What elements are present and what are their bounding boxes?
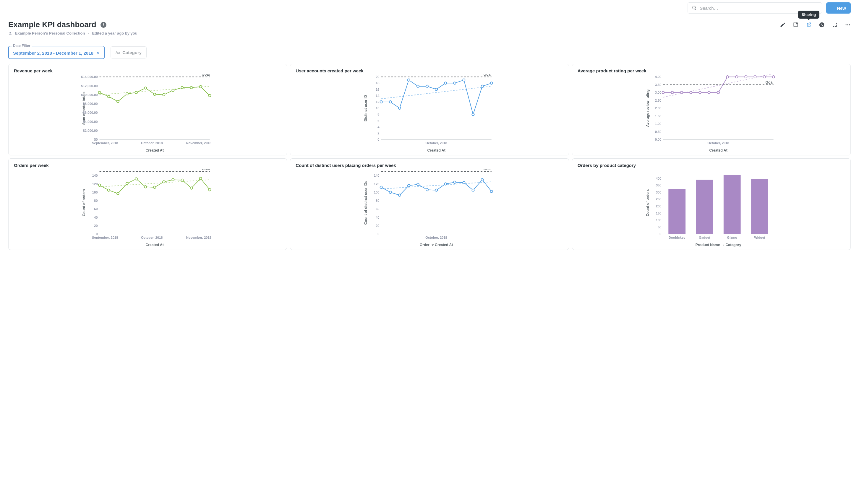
card-avg-rating[interactable]: Average product rating per weekAverage r…	[572, 64, 851, 155]
svg-point-119	[181, 179, 183, 181]
svg-text:60: 60	[94, 207, 97, 211]
svg-text:12: 12	[376, 100, 379, 104]
svg-text:100: 100	[374, 190, 379, 194]
card-revenue[interactable]: Revenue per weekSum of order totalsCreat…	[8, 64, 287, 155]
svg-point-146	[454, 181, 456, 183]
add-card-icon[interactable]	[793, 22, 799, 28]
svg-point-52	[389, 101, 392, 103]
card-title: User accounts created per week	[296, 68, 563, 73]
new-button-label: New	[837, 5, 846, 11]
clock-icon[interactable]	[819, 22, 825, 28]
svg-text:Created At: Created At	[709, 148, 727, 152]
card-title: Revenue per week	[14, 68, 282, 73]
svg-point-53	[398, 107, 401, 109]
topbar: New	[0, 0, 859, 16]
svg-point-110	[99, 184, 101, 186]
svg-point-121	[199, 177, 201, 180]
filter-bar: Date Filter September 2, 2018 - December…	[0, 41, 859, 64]
svg-text:0: 0	[96, 232, 97, 236]
svg-point-61	[472, 113, 474, 116]
svg-rect-165	[696, 180, 713, 234]
svg-text:20: 20	[94, 224, 97, 228]
share-icon[interactable]	[806, 22, 812, 28]
svg-text:October, 2018: October, 2018	[141, 141, 163, 145]
svg-text:September, 2018: September, 2018	[92, 141, 118, 145]
svg-text:140: 140	[374, 174, 379, 177]
card-category-bars[interactable]: Orders by product categoryCount of order…	[572, 158, 851, 250]
svg-text:1.50: 1.50	[655, 114, 661, 118]
card-user-accounts[interactable]: User accounts created per weekDistinct u…	[290, 64, 569, 155]
svg-point-122	[209, 188, 211, 191]
svg-rect-167	[723, 175, 740, 234]
new-button[interactable]: New	[826, 2, 851, 14]
svg-text:250: 250	[655, 197, 661, 201]
header-actions: Sharing	[780, 22, 851, 28]
card-title: Average product rating per week	[577, 68, 845, 73]
page-title: Example KPI dashboard	[8, 20, 96, 29]
info-icon[interactable]: i	[101, 22, 106, 28]
svg-text:0: 0	[378, 232, 379, 236]
category-filter[interactable]: Aa Category	[110, 46, 147, 59]
svg-text:0: 0	[660, 232, 661, 236]
svg-text:Created At: Created At	[146, 148, 164, 152]
svg-text:1.00: 1.00	[655, 122, 661, 125]
svg-text:50: 50	[658, 225, 661, 229]
svg-text:$8,000.00: $8,000.00	[83, 102, 98, 105]
svg-point-51	[380, 101, 382, 103]
svg-text:120: 120	[374, 182, 379, 186]
svg-text:8: 8	[378, 112, 379, 116]
card-orders[interactable]: Orders per weekCount of ordersCreated At…	[8, 158, 287, 250]
svg-point-32	[209, 94, 211, 97]
svg-text:October, 2018: October, 2018	[141, 236, 163, 239]
svg-point-149	[481, 179, 484, 181]
svg-point-22	[117, 100, 119, 103]
svg-text:Order -> Created At: Order -> Created At	[420, 243, 453, 247]
collection-link[interactable]: Example Person's Personal Collection	[15, 31, 85, 35]
svg-rect-163	[668, 189, 685, 234]
svg-text:Gizmo: Gizmo	[727, 236, 737, 239]
svg-text:350: 350	[655, 183, 661, 187]
pencil-icon[interactable]	[780, 22, 786, 28]
svg-text:$12,000.00: $12,000.00	[81, 84, 97, 88]
svg-point-26	[153, 93, 156, 95]
fullscreen-icon[interactable]	[832, 22, 838, 28]
svg-point-62	[481, 85, 484, 88]
svg-point-112	[117, 192, 119, 195]
svg-text:Goal: Goal	[201, 74, 210, 77]
dashboard-grid: Revenue per weekSum of order totalsCreat…	[0, 64, 859, 259]
svg-text:Doohickey: Doohickey	[669, 236, 685, 239]
svg-text:80: 80	[376, 199, 379, 202]
svg-point-2	[849, 24, 850, 25]
svg-text:Created At: Created At	[427, 148, 446, 152]
svg-text:100: 100	[92, 190, 98, 194]
svg-text:September, 2018: September, 2018	[92, 236, 118, 239]
svg-text:3.00: 3.00	[655, 91, 661, 94]
svg-point-90	[754, 76, 756, 78]
svg-rect-169	[751, 179, 768, 234]
card-distinct-users[interactable]: Count of distinct users placing orders p…	[290, 158, 569, 250]
svg-point-24	[135, 91, 137, 94]
svg-text:2.00: 2.00	[655, 106, 661, 110]
svg-text:140: 140	[92, 174, 98, 177]
svg-point-86	[717, 91, 720, 94]
close-icon[interactable]	[96, 51, 100, 55]
svg-point-145	[444, 183, 447, 185]
svg-point-25	[144, 87, 147, 89]
svg-text:$14,000.00: $14,000.00	[81, 75, 97, 79]
date-filter-chip[interactable]: Date Filter September 2, 2018 - December…	[8, 46, 105, 59]
plus-icon	[831, 6, 835, 10]
svg-point-111	[108, 189, 110, 192]
svg-point-147	[463, 181, 465, 184]
svg-point-0	[846, 24, 847, 25]
svg-point-88	[736, 76, 738, 78]
date-filter-legend: Date Filter	[12, 44, 32, 48]
card-title: Orders per week	[14, 163, 282, 168]
more-icon[interactable]	[845, 22, 851, 28]
svg-point-148	[472, 189, 474, 192]
svg-point-56	[426, 85, 428, 88]
person-icon	[8, 31, 12, 35]
svg-text:150: 150	[655, 212, 661, 215]
svg-point-141	[408, 184, 410, 187]
svg-text:10: 10	[376, 106, 379, 110]
svg-text:Distinct user ID: Distinct user ID	[364, 95, 368, 121]
